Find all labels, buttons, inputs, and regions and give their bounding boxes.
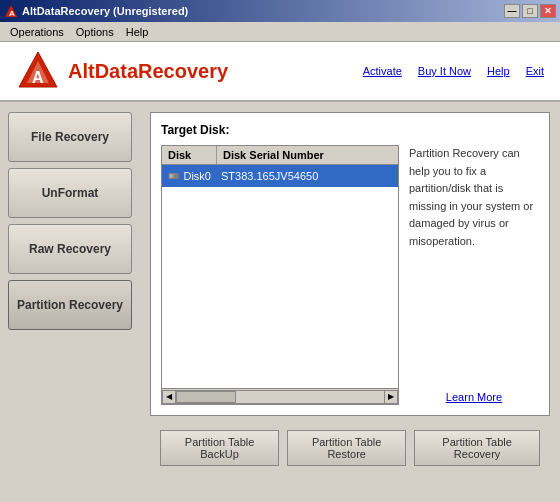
scroll-right-btn[interactable]: ▶ <box>384 390 398 404</box>
close-button[interactable]: ✕ <box>540 4 556 18</box>
disk-table-header: Disk Disk Serial Number <box>162 146 398 165</box>
title-bar-left: A AltDataRecovery (Unregistered) <box>4 4 188 18</box>
minimize-button[interactable]: — <box>504 4 520 18</box>
scroll-thumb[interactable] <box>176 391 236 403</box>
partition-restore-button[interactable]: Partition Table Restore <box>287 430 406 466</box>
app-icon: A <box>4 4 18 18</box>
logo-icon: A <box>16 49 60 93</box>
horizontal-scrollbar[interactable]: ◀ ▶ <box>162 388 398 404</box>
content-body: Disk Disk Serial Number <box>161 145 539 405</box>
activate-link[interactable]: Activate <box>363 65 402 77</box>
menu-operations[interactable]: Operations <box>4 24 70 40</box>
menu-help[interactable]: Help <box>120 24 155 40</box>
disk-cell-icon: Disk0 <box>162 168 217 184</box>
partition-backup-button[interactable]: Partition Table BackUp <box>160 430 279 466</box>
disk-table: Disk Disk Serial Number <box>161 145 399 405</box>
logo-text: AltDataRecovery <box>68 60 228 83</box>
info-description: Partition Recovery can help you to fix a… <box>409 145 539 251</box>
sidebar: File Recovery UnFormat Raw Recovery Part… <box>0 102 140 482</box>
learn-more-link[interactable]: Learn More <box>409 389 539 406</box>
partition-recovery-button[interactable]: Partition Table Recovery <box>414 430 540 466</box>
maximize-button[interactable]: □ <box>522 4 538 18</box>
window-title: AltDataRecovery (Unregistered) <box>22 5 188 17</box>
menu-bar: Operations Options Help <box>0 22 560 42</box>
logo-area: A AltDataRecovery <box>16 49 228 93</box>
exit-link[interactable]: Exit <box>526 65 544 77</box>
scroll-track[interactable] <box>176 390 384 404</box>
menu-options[interactable]: Options <box>70 24 120 40</box>
main-area: File Recovery UnFormat Raw Recovery Part… <box>0 102 560 482</box>
content-inner: Target Disk: Disk Disk Serial Number <box>150 112 550 416</box>
disk-serial: ST383.165JV54650 <box>217 168 398 184</box>
raw-recovery-button[interactable]: Raw Recovery <box>8 224 132 274</box>
svg-rect-6 <box>169 174 173 178</box>
disk-icon <box>168 170 179 182</box>
disk-name: Disk0 <box>183 170 211 182</box>
buy-link[interactable]: Buy It Now <box>418 65 471 77</box>
title-bar: A AltDataRecovery (Unregistered) — □ ✕ <box>0 0 560 22</box>
disk-col-header-serial: Disk Serial Number <box>217 146 398 164</box>
app-header: A AltDataRecovery Activate Buy It Now He… <box>0 42 560 102</box>
unformat-button[interactable]: UnFormat <box>8 168 132 218</box>
svg-text:A: A <box>32 69 44 86</box>
info-panel: Partition Recovery can help you to fix a… <box>409 145 539 405</box>
table-row[interactable]: Disk0 ST383.165JV54650 <box>162 165 398 187</box>
file-recovery-button[interactable]: File Recovery <box>8 112 132 162</box>
bottom-buttons: Partition Table BackUp Partition Table R… <box>150 424 550 472</box>
header-links: Activate Buy It Now Help Exit <box>363 65 544 77</box>
partition-recovery-button[interactable]: Partition Recovery <box>8 280 132 330</box>
svg-text:A: A <box>9 9 15 18</box>
content-panel: Target Disk: Disk Disk Serial Number <box>140 102 560 482</box>
help-link[interactable]: Help <box>487 65 510 77</box>
disk-col-header-disk: Disk <box>162 146 217 164</box>
scroll-left-btn[interactable]: ◀ <box>162 390 176 404</box>
disk-table-body[interactable]: Disk0 ST383.165JV54650 <box>162 165 398 388</box>
svg-point-8 <box>176 175 177 176</box>
window-controls: — □ ✕ <box>504 4 556 18</box>
target-disk-label: Target Disk: <box>161 123 539 137</box>
